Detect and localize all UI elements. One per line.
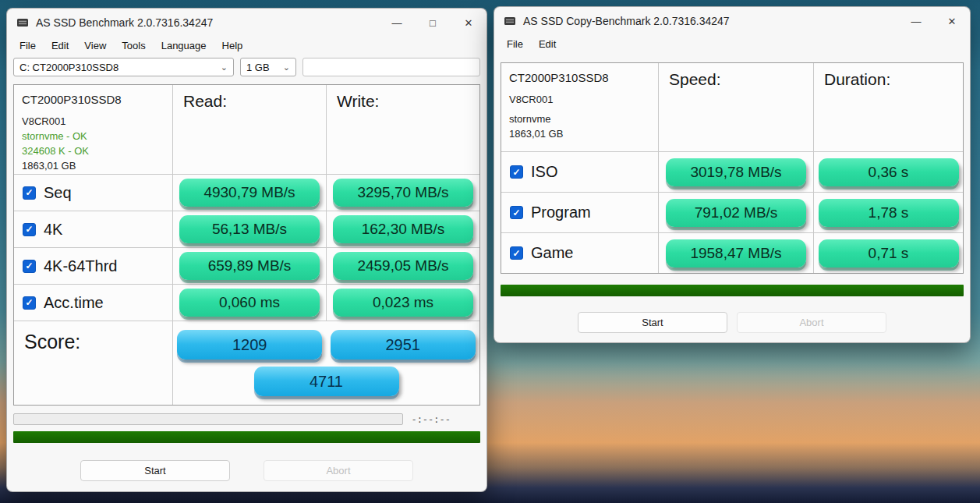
start-button[interactable]: Start <box>80 460 230 481</box>
menubar: File Edit View Tools Language Help <box>7 37 486 58</box>
menu-language[interactable]: Language <box>154 37 214 55</box>
copy-benchmark-window: AS SSD Copy-Benchmark 2.0.7316.34247 — ✕… <box>494 6 971 343</box>
seq-write-value: 3295,70 MB/s <box>333 179 473 207</box>
write-column-header: Write: <box>326 85 479 180</box>
menu-tools[interactable]: Tools <box>114 37 153 55</box>
acctime-checkbox[interactable]: ✓ <box>23 296 36 310</box>
table-row-seq: ✓ Seq 4930,79 MB/s 3295,70 MB/s <box>14 174 479 211</box>
drive-capacity: 1863,01 GB <box>509 126 650 141</box>
menu-edit[interactable]: Edit <box>531 35 564 53</box>
controls-row: C: CT2000P310SSD8 ⌄ 1 GB ⌄ <box>13 58 480 76</box>
4k-checkbox[interactable]: ✓ <box>23 223 36 236</box>
minimize-icon[interactable]: — <box>898 7 934 35</box>
table-row-game: ✓ Game 1958,47 MB/s 0,71 s <box>501 232 963 273</box>
check-icon: ✓ <box>25 297 33 308</box>
row-label-game: Game <box>531 244 573 262</box>
score-section: Score: 1209 2951 4711 <box>14 321 479 405</box>
row-label-iso: ISO <box>531 163 557 181</box>
duration-column-header: Duration: <box>813 63 963 151</box>
window-title: AS SSD Copy-Benchmark 2.0.7316.34247 <box>523 15 730 27</box>
row-label-acctime: Acc.time <box>44 294 104 312</box>
drive-driver: stornvme <box>509 112 650 126</box>
check-icon: ✓ <box>25 224 33 235</box>
close-icon[interactable]: ✕ <box>451 9 486 37</box>
minimize-icon[interactable]: — <box>379 9 415 37</box>
menu-file[interactable]: File <box>499 35 531 53</box>
drive-info: CT2000P310SSD8 V8CR001 stornvme 1863,01 … <box>501 63 658 151</box>
menubar: File Edit <box>494 35 970 56</box>
drive-info: CT2000P310SSD8 V8CR001 stornvme - OK 324… <box>14 85 172 180</box>
overall-progress-bar <box>501 285 964 296</box>
app-icon <box>16 17 29 28</box>
seq-read-value: 4930,79 MB/s <box>179 179 320 207</box>
program-checkbox[interactable]: ✓ <box>510 206 523 219</box>
game-checkbox[interactable]: ✓ <box>510 246 523 260</box>
table-row-program: ✓ Program 791,02 MB/s 1,78 s <box>501 192 963 232</box>
copy-benchmark-table: CT2000P310SSD8 V8CR001 stornvme 1863,01 … <box>501 62 964 274</box>
drive-select-value: C: CT2000P310SSD8 <box>19 62 119 73</box>
drive-model: CT2000P310SSD8 <box>509 70 650 85</box>
seq-checkbox[interactable]: ✓ <box>23 186 36 200</box>
size-select-value: 1 GB <box>246 62 270 73</box>
abort-button[interactable]: Abort <box>264 460 413 481</box>
acctime-read-value: 0,060 ms <box>179 289 320 317</box>
speed-column-header: Speed: <box>658 63 813 151</box>
drive-capacity: 1863,01 GB <box>22 158 165 173</box>
drive-select[interactable]: C: CT2000P310SSD8 ⌄ <box>13 58 234 76</box>
menu-help[interactable]: Help <box>214 37 251 55</box>
check-icon: ✓ <box>25 260 33 271</box>
start-button[interactable]: Start <box>578 312 727 333</box>
score-label: Score: <box>14 321 172 405</box>
overall-progress-bar <box>13 431 480 443</box>
alignment-status: 324608 K - OK <box>22 143 165 158</box>
acctime-write-value: 0,023 ms <box>333 289 473 317</box>
4k64-read-value: 659,89 MB/s <box>179 252 320 280</box>
benchmark-progress-bar <box>13 413 403 425</box>
check-icon: ✓ <box>512 207 520 218</box>
4k-write-value: 162,30 MB/s <box>333 215 473 243</box>
program-duration-value: 1,78 s <box>819 199 959 227</box>
table-row-iso: ✓ ISO 3019,78 MB/s 0,36 s <box>501 151 963 192</box>
menu-edit[interactable]: Edit <box>44 37 76 55</box>
4k64-checkbox[interactable]: ✓ <box>23 260 36 273</box>
extra-input[interactable] <box>302 58 480 76</box>
game-speed-value: 1958,47 MB/s <box>666 239 806 267</box>
remaining-time: -:--:-- <box>411 414 451 425</box>
menu-file[interactable]: File <box>12 37 44 55</box>
4k-read-value: 56,13 MB/s <box>179 215 320 243</box>
copy-benchmark-titlebar[interactable]: AS SSD Copy-Benchmark 2.0.7316.34247 — ✕ <box>494 7 970 35</box>
close-icon[interactable]: ✕ <box>934 7 970 35</box>
row-label-4k64: 4K-64Thrd <box>44 257 118 275</box>
benchmark-titlebar[interactable]: AS SSD Benchmark 2.0.7316.34247 — □ ✕ <box>7 9 486 37</box>
chevron-down-icon: ⌄ <box>283 62 290 73</box>
table-row-acctime: ✓ Acc.time 0,060 ms 0,023 ms <box>14 284 479 321</box>
score-total-value: 4711 <box>254 367 399 396</box>
score-read-value: 1209 <box>177 330 322 360</box>
app-icon <box>504 16 516 27</box>
program-speed-value: 791,02 MB/s <box>666 199 806 227</box>
check-icon: ✓ <box>512 167 520 178</box>
desktop-wallpaper: AS SSD Benchmark 2.0.7316.34247 — □ ✕ Fi… <box>0 0 980 503</box>
menu-view[interactable]: View <box>76 37 114 55</box>
size-select[interactable]: 1 GB ⌄ <box>240 58 296 76</box>
table-row-4k64: ✓ 4K-64Thrd 659,89 MB/s 2459,05 MB/s <box>14 247 479 284</box>
iso-checkbox[interactable]: ✓ <box>510 165 523 179</box>
maximize-icon[interactable]: □ <box>415 9 451 37</box>
abort-button[interactable]: Abort <box>737 312 886 333</box>
score-write-value: 2951 <box>331 330 476 360</box>
chevron-down-icon: ⌄ <box>221 62 228 73</box>
row-label-program: Program <box>531 204 591 221</box>
read-column-header: Read: <box>172 85 326 180</box>
iso-duration-value: 0,36 s <box>819 158 959 186</box>
check-icon: ✓ <box>25 187 33 198</box>
row-label-seq: Seq <box>44 184 72 202</box>
table-row-4k: ✓ 4K 56,13 MB/s 162,30 MB/s <box>14 211 479 247</box>
4k64-write-value: 2459,05 MB/s <box>333 252 473 280</box>
drive-model: CT2000P310SSD8 <box>22 92 165 107</box>
check-icon: ✓ <box>512 248 520 259</box>
drive-firmware: V8CR001 <box>509 92 650 107</box>
benchmark-window: AS SSD Benchmark 2.0.7316.34247 — □ ✕ Fi… <box>6 8 487 492</box>
iso-speed-value: 3019,78 MB/s <box>666 158 806 186</box>
row-label-4k: 4K <box>44 221 62 239</box>
window-title: AS SSD Benchmark 2.0.7316.34247 <box>36 16 213 29</box>
